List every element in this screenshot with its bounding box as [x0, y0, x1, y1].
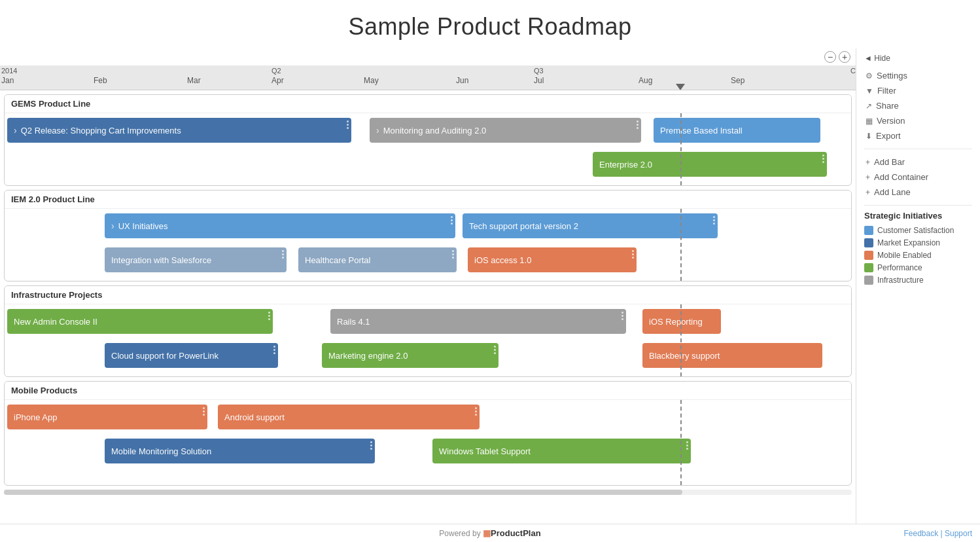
zoom-out-button[interactable]: −	[824, 51, 836, 63]
bar-windows-tablet-label: Windows Tablet Support	[439, 446, 531, 456]
sidebar-label-add-container: Add Container	[874, 172, 928, 182]
sidebar-label-export: Export	[876, 131, 901, 141]
zoom-controls: − +	[824, 51, 850, 63]
legend-label-performance: Performance	[877, 263, 922, 272]
add-lane-icon: +	[866, 188, 870, 197]
main-area: − + 2014 Jan Feb Mar Q2 Apr May Jun Q3	[0, 48, 980, 524]
month-jun: Jun	[456, 76, 468, 85]
legend-label-infrastructure: Infrastructure	[877, 276, 924, 285]
bar-integration-salesforce[interactable]: Integration with Salesforce	[105, 247, 287, 272]
bar-marketing-label: Marketing engine 2.0	[328, 351, 408, 361]
bar-integration-label: Integration with Salesforce	[111, 255, 211, 265]
swimlane-mobile: Mobile Products iPhone App Android suppo…	[4, 381, 852, 486]
sidebar-item-export[interactable]: ⬇ Export	[864, 128, 972, 143]
sidebar-hide-button[interactable]: ◄ Hide	[864, 54, 972, 63]
bar-windows-tablet[interactable]: Windows Tablet Support	[432, 439, 691, 463]
bar-arrow-icon: ›	[111, 221, 114, 231]
bar-mobile-monitoring-label: Mobile Monitoring Solution	[111, 446, 211, 456]
month-feb: Feb	[94, 76, 107, 85]
bar-monitoring[interactable]: › Monitoring and Auditing 2.0	[370, 118, 641, 143]
bar-blackberry-support[interactable]: Blackberry support	[642, 343, 822, 368]
swimlane-infra-title: Infrastructure Projects	[5, 286, 851, 304]
bar-mobile-monitoring[interactable]: Mobile Monitoring Solution	[105, 439, 375, 463]
page-wrapper: Sample Product Roadmap − + 2014 Jan Feb …	[0, 0, 980, 542]
bar-dots	[451, 216, 453, 225]
sidebar-menu: ⚙ Settings ▼ Filter ↗ Share ▦ Version ⬇	[864, 68, 972, 143]
scroll-thumb	[4, 490, 682, 495]
bar-healthcare-portal[interactable]: Healthcare Portal	[298, 247, 457, 272]
bar-android-support[interactable]: Android support	[218, 405, 480, 429]
bar-new-admin-console[interactable]: New Admin Console II	[7, 309, 273, 334]
bar-cloud-support-label: Cloud support for PowerLink	[111, 351, 219, 361]
bar-enterprise[interactable]: Enterprise 2.0	[593, 152, 827, 177]
swimlane-infrastructure: Infrastructure Projects New Admin Consol…	[4, 285, 852, 377]
month-mar: Mar	[187, 76, 201, 85]
bar-premise[interactable]: Premise Based Install	[654, 118, 820, 143]
bar-healthcare-label: Healthcare Portal	[305, 255, 370, 265]
brand-icon: ▦	[483, 528, 491, 538]
sidebar-item-add-container[interactable]: + Add Container	[864, 170, 972, 185]
sidebar-item-filter[interactable]: ▼ Filter	[864, 83, 972, 98]
bar-dots	[347, 120, 349, 129]
footer-links: Feedback | Support	[903, 529, 972, 538]
filter-icon: ▼	[866, 86, 873, 96]
sidebar-item-share[interactable]: ↗ Share	[864, 98, 972, 113]
bar-premise-label: Premise Based Install	[660, 126, 743, 136]
zoom-in-button[interactable]: +	[839, 51, 850, 63]
bar-q2-release[interactable]: › Q2 Release: Shopping Cart Improvements	[7, 118, 351, 143]
bar-row-mobile-1: iPhone App Android support	[5, 400, 851, 434]
sidebar-item-add-lane[interactable]: + Add Lane	[864, 185, 972, 200]
bar-android-label: Android support	[224, 412, 285, 422]
sidebar-divider-2	[864, 205, 972, 206]
support-link[interactable]: Support	[945, 529, 972, 538]
bar-iphone-app[interactable]: iPhone App	[7, 405, 207, 429]
legend-color-market	[864, 238, 873, 247]
lane-rows-mobile: iPhone App Android support Mobile	[5, 400, 851, 485]
sidebar-item-version[interactable]: ▦ Version	[864, 113, 972, 128]
bar-blackberry-label: Blackberry support	[649, 351, 720, 361]
bar-ios-reporting[interactable]: iOS Reporting	[642, 309, 721, 334]
feedback-link[interactable]: Feedback	[903, 529, 938, 538]
legend-market-expansion: Market Expansion	[864, 238, 972, 247]
sidebar: ◄ Hide ⚙ Settings ▼ Filter ↗ Share ▦ Ver…	[856, 48, 980, 524]
page-title: Sample Product Roadmap	[0, 0, 980, 48]
scrollbar[interactable]	[4, 490, 852, 495]
bar-dots	[822, 154, 824, 163]
month-may: May	[364, 76, 379, 85]
bar-arrow-icon: ›	[376, 125, 379, 136]
bar-dots	[632, 250, 634, 259]
legend-label-mobile: Mobile Enabled	[877, 251, 932, 260]
bar-ios-reporting-label: iOS Reporting	[649, 317, 703, 327]
bar-ios-access[interactable]: iOS access 1.0	[468, 247, 637, 272]
add-bar-icon: +	[866, 158, 870, 167]
bar-rails[interactable]: Rails 4.1	[330, 309, 626, 334]
sidebar-item-settings[interactable]: ⚙ Settings	[864, 68, 972, 83]
sidebar-item-add-bar[interactable]: + Add Bar	[864, 154, 972, 170]
bar-ux-label: UX Initiatives	[118, 221, 168, 231]
year-label: 2014	[1, 67, 17, 75]
bar-new-admin-label: New Admin Console II	[14, 317, 97, 327]
bar-ux-initiatives[interactable]: › UX Initiatives	[105, 213, 455, 238]
swimlane-gems: GEMS Product Line › Q2 Release: Shopping…	[4, 94, 852, 186]
bar-marketing-engine[interactable]: Marketing engine 2.0	[322, 343, 499, 368]
bar-dots	[637, 120, 639, 129]
bar-dots	[273, 346, 275, 354]
bar-rails-label: Rails 4.1	[337, 317, 370, 327]
bar-tech-support-portal[interactable]: Tech support portal version 2	[463, 213, 718, 238]
sidebar-label-settings: Settings	[877, 71, 907, 81]
month-jul: Jul	[534, 76, 544, 85]
lane-rows-iem: › UX Initiatives Tech support portal ver…	[5, 209, 851, 281]
month-sep: Sep	[731, 76, 744, 85]
q2-label: Q2	[271, 67, 281, 75]
lane-rows-infra: New Admin Console II Rails 4.1 iOS Repor…	[5, 304, 851, 376]
sidebar-label-filter: Filter	[877, 86, 896, 96]
footer: Powered by ▦ ProductPlan Feedback | Supp…	[0, 524, 980, 542]
bar-arrow-icon: ›	[14, 125, 17, 136]
legend-customer-satisfaction: Customer Satisfaction	[864, 226, 972, 235]
bar-cloud-support[interactable]: Cloud support for PowerLink	[105, 343, 278, 368]
bar-row-infra-2: Cloud support for PowerLink Marketing en…	[5, 338, 851, 372]
bar-row-gems-2: Enterprise 2.0	[5, 147, 851, 181]
legend-color-infrastructure	[864, 276, 873, 285]
swimlane-mobile-title: Mobile Products	[5, 382, 851, 400]
sidebar-label-add-lane: Add Lane	[874, 187, 911, 197]
